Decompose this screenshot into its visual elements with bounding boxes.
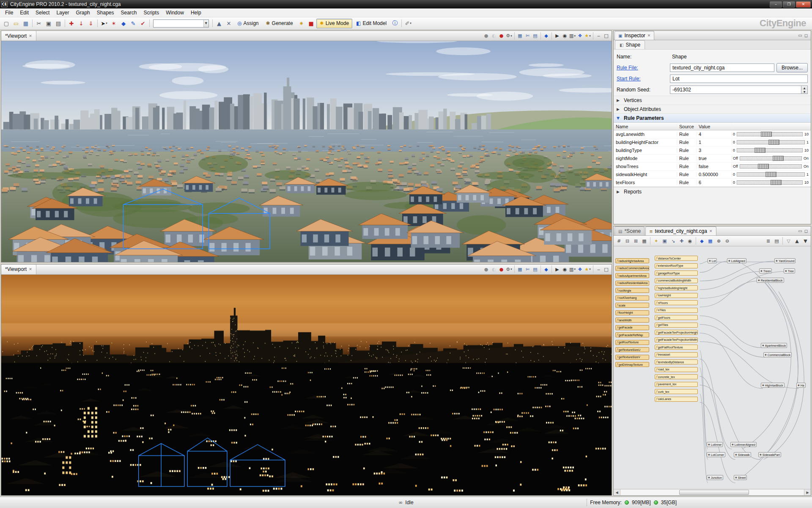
graph-node-radiusApartmentArea[interactable]: ƒradiusApartmentArea xyxy=(615,273,649,278)
layout-graph-icon[interactable]: # xyxy=(615,237,623,245)
expand-all-icon[interactable]: ▼ xyxy=(801,237,809,245)
close-button[interactable]: ✕ xyxy=(796,1,811,8)
viewport-3d-canvas-night[interactable] xyxy=(1,275,612,496)
section-rule-parameters[interactable]: ▼ Rule Parameters xyxy=(614,113,811,122)
cleanup-graph-icon[interactable]: ▲ xyxy=(214,19,224,28)
graph-node-getFloors[interactable]: ƒgetFloors xyxy=(655,315,698,320)
graph-node-Sidewalk[interactable]: ▪Sidewalk xyxy=(734,452,751,457)
generate-button[interactable]: ✱Generate xyxy=(263,19,296,28)
slider-track[interactable] xyxy=(737,180,803,185)
wireframe-mode-icon[interactable]: ● xyxy=(483,32,490,39)
shaded-mode-icon[interactable]: ◐ xyxy=(490,32,497,39)
scrollbar-thumb[interactable] xyxy=(679,490,749,495)
layers-icon[interactable]: ▤ xyxy=(532,32,539,39)
scroll-right-icon[interactable]: ▶ xyxy=(804,489,811,495)
layout-hierarchy-icon[interactable]: ⊟ xyxy=(623,237,631,245)
close-icon[interactable]: ✕ xyxy=(29,267,32,271)
menu-scripts[interactable]: Scripts xyxy=(140,9,163,17)
view-settings-gear-icon[interactable]: ⚙▾ xyxy=(505,32,513,39)
open-file-icon[interactable]: ▭ xyxy=(11,19,21,28)
graph-node-LotInner[interactable]: ▪LotInner xyxy=(707,442,723,447)
graph-node-SidewalkPart[interactable]: ▪SidewalkPart xyxy=(758,452,781,457)
section-object-attributes[interactable]: ▶ Object Attributes xyxy=(614,105,811,113)
param-row-nightMode[interactable]: nightModeRuletrueOffOn xyxy=(614,155,811,163)
graph-node-road_tex[interactable]: ƒroad_tex xyxy=(655,367,698,372)
menu-edit[interactable]: Edit xyxy=(16,9,32,17)
minimize-view-icon[interactable]: ‒ xyxy=(595,32,602,39)
slider-track[interactable] xyxy=(737,148,803,152)
column-header-value[interactable]: Value xyxy=(697,124,732,129)
polygon-create-tool-icon[interactable]: ✶ xyxy=(109,19,118,28)
live-mode-button[interactable]: ✸Live Mode xyxy=(316,19,352,28)
param-row-sidewalkHeight[interactable]: sidewalkHeightRule0.50000001 xyxy=(614,171,811,179)
copy-icon[interactable]: ▣ xyxy=(44,19,53,28)
scene-light-icon[interactable]: ❖ xyxy=(576,32,584,39)
graph-node-lowHeight[interactable]: ƒlowHeight xyxy=(655,293,698,298)
column-header-source[interactable]: Source xyxy=(677,124,697,129)
section-reports[interactable]: ▶ Reports xyxy=(614,187,811,196)
paste-icon[interactable]: ▤ xyxy=(54,19,63,28)
graph-node-pavement_tex[interactable]: ƒpavement_tex xyxy=(655,382,698,387)
slider-handle[interactable] xyxy=(765,172,776,177)
collapse-all-icon[interactable]: ▲ xyxy=(793,237,801,245)
graph-node-ApartmentBlock[interactable]: ▪ApartmentBlock xyxy=(761,343,787,348)
slider-track[interactable] xyxy=(737,140,805,144)
cut-icon[interactable]: ✂ xyxy=(34,19,44,28)
graph-node-getTiles[interactable]: ƒgetTiles xyxy=(655,323,698,328)
tab-cga-file[interactable]: ≣ textured_city_night.cga ✕ xyxy=(645,226,716,235)
vertex-tool-icon[interactable]: ✎ xyxy=(129,19,138,28)
graph-node-getFlatRoofTexture[interactable]: ƒgetFlatRoofTexture xyxy=(655,345,698,350)
menu-search[interactable]: Search xyxy=(117,9,140,17)
graph-node-Tree[interactable]: ▪Tree xyxy=(784,268,795,273)
slider-handle[interactable] xyxy=(754,148,765,153)
slider-handle[interactable] xyxy=(773,156,784,161)
section-vertices[interactable]: ▶ Vertices xyxy=(614,96,811,105)
viewport-top-tab[interactable]: *Viewport ✕ xyxy=(1,31,36,41)
shaded-mode-icon[interactable]: ◐ xyxy=(490,266,497,273)
wireframe-mode-icon[interactable]: ● xyxy=(483,266,490,273)
menu-window[interactable]: Window xyxy=(162,9,187,17)
rule-graph-canvas[interactable]: ƒradiusHighriseAreaƒradiusCommercialArea… xyxy=(614,246,811,489)
menu-graph[interactable]: Graph xyxy=(72,9,93,17)
camera-play-icon[interactable]: ▶ xyxy=(554,32,561,39)
close-icon[interactable]: ✕ xyxy=(709,229,713,233)
tab-shape[interactable]: ◧ Shape xyxy=(615,40,645,49)
slider-handle[interactable] xyxy=(771,180,782,185)
graph-node-Lot[interactable]: ▪Lot xyxy=(708,258,717,263)
menu-shapes[interactable]: Shapes xyxy=(93,9,118,17)
slider-track[interactable] xyxy=(740,164,802,168)
select-tool-icon[interactable]: ➤▾ xyxy=(99,19,109,28)
param-row-avgLanewidth[interactable]: avgLanewidthRule4010 xyxy=(614,130,811,138)
graph-node-scale[interactable]: ƒscale xyxy=(615,303,649,308)
layers-icon[interactable]: ▤ xyxy=(532,266,539,273)
graph-node-getTextureSizeV[interactable]: ƒgetTextureSizeV xyxy=(615,355,649,360)
camera-icon[interactable]: ◉ xyxy=(561,266,568,273)
graph-node-concrete_tex[interactable]: ƒconcrete_tex xyxy=(655,374,698,379)
camera-play-icon[interactable]: ▶ xyxy=(554,266,561,273)
viewport-bottom-tab[interactable]: *Viewport ✕ xyxy=(1,265,36,274)
graph-node-laneWidth[interactable]: ƒlaneWidth xyxy=(615,318,649,323)
start-rule-link[interactable]: Start Rule: xyxy=(617,76,670,82)
minimize-view-icon[interactable]: ‒ xyxy=(595,266,602,273)
graph-node-roofAngle[interactable]: ƒroofAngle xyxy=(615,288,649,293)
graph-node-radiusHighriseArea[interactable]: ƒradiusHighriseArea xyxy=(615,258,649,263)
maximize-button[interactable]: ❐ xyxy=(783,1,795,8)
graph-node-distanceToCenter[interactable]: ƒdistanceToCenter xyxy=(655,256,698,261)
graph-node-radiusResidentialArea[interactable]: ƒradiusResidentialArea xyxy=(615,281,649,286)
graph-node-Junction[interactable]: ▪Junction xyxy=(707,475,723,480)
menu-file[interactable]: File xyxy=(2,9,16,17)
isolate-selection-icon[interactable]: ▦ xyxy=(516,266,524,273)
maximize-view-icon[interactable]: □ xyxy=(603,266,610,273)
slider-handle[interactable] xyxy=(761,132,772,137)
textured-mode-icon[interactable]: ● xyxy=(498,266,505,273)
graph-node-Street[interactable]: ▪Street xyxy=(734,475,747,480)
view-settings-gear-icon[interactable]: ⚙▾ xyxy=(505,266,513,273)
insert-node-icon[interactable]: ✚ xyxy=(678,237,686,245)
model-info-icon[interactable]: ⓘ xyxy=(390,19,400,28)
grid-snap-icon[interactable]: ▦ xyxy=(706,237,714,245)
graph-node-getFacadeTexProjectionWidth[interactable]: ƒgetFacadeTexProjectionWidth xyxy=(655,337,698,342)
graph-node-Ha[interactable]: ▪Ha xyxy=(796,383,806,388)
graph-node-HighriseBlock[interactable]: ▪HighriseBlock xyxy=(761,383,785,388)
graph-node-getTextureSizeU[interactable]: ƒgetTextureSizeU xyxy=(615,347,649,352)
menu-help[interactable]: Help xyxy=(187,9,205,17)
